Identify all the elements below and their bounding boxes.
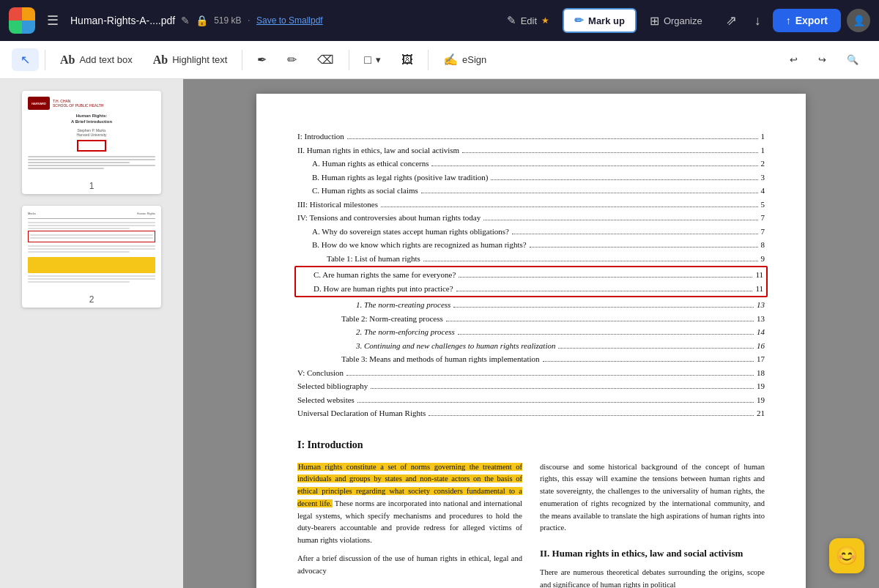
- intro-left-para1: Human rights constitute a set of norms g…: [297, 461, 522, 548]
- separator-1: [45, 50, 45, 70]
- toc-row: III: Historical milestones 5: [297, 198, 765, 211]
- toc-row: B. How do we know which rights are recog…: [297, 239, 765, 251]
- intro-right-para1: discourse and some historical background…: [540, 461, 765, 535]
- cursor-tool-button[interactable]: ↖: [12, 48, 39, 71]
- chatbot-bubble-button[interactable]: 😊: [829, 538, 864, 573]
- pdf-viewer[interactable]: I: Introduction 1 II. Human rights in et…: [183, 79, 879, 588]
- logo-q1: [9, 7, 22, 21]
- intro-left-para2: After a brief discussion of the use of h…: [297, 553, 522, 578]
- page-thumbnail-1[interactable]: HARVARD T.H. CHANSCHOOL OF PUBLIC HEALTH…: [22, 91, 161, 194]
- shape-button[interactable]: □ ▾: [355, 49, 390, 71]
- two-column-layout: Human rights constitute a set of norms g…: [297, 461, 765, 589]
- text-box-icon: Ab: [60, 53, 75, 67]
- pdf-page-content: I: Introduction 1 II. Human rights in et…: [256, 94, 806, 588]
- markup-tool-icon: ✏: [574, 14, 584, 27]
- organize-tool-icon: ⊞: [650, 14, 659, 28]
- toc-row: 2. The norm-enforcing process 14: [297, 326, 765, 338]
- toc-row: I: Introduction 1: [297, 130, 765, 143]
- toc-row: A. Why do sovereign states accept human …: [297, 226, 765, 238]
- section-intro-title: I: Introduction: [297, 437, 765, 453]
- main-content: HARVARD T.H. CHANSCHOOL OF PUBLIC HEALTH…: [0, 79, 879, 588]
- toolbar-center: ✎ Edit ★ ✏ Mark up ⊞ Organize: [497, 8, 713, 33]
- separator-3: [349, 50, 349, 70]
- download-button[interactable]: ↓: [749, 9, 767, 33]
- section2-title: II. Human rights in ethics, law and soci…: [540, 546, 765, 561]
- toc-row: Table 2: Norm-creating process 13: [297, 313, 765, 325]
- hamburger-button[interactable]: ☰: [42, 10, 63, 31]
- toc-row: C. Human rights as social claims 4: [297, 185, 765, 197]
- undo-button[interactable]: ↩: [781, 50, 806, 70]
- toc-row: B. Human rights as legal rights (positiv…: [297, 171, 765, 184]
- esign-button[interactable]: ✍ eSign: [434, 48, 495, 71]
- esign-icon: ✍: [443, 53, 458, 67]
- page-thumbnail-2[interactable]: Marks Human Rights: [22, 206, 161, 308]
- search-button[interactable]: 🔍: [838, 50, 867, 70]
- image-icon: 🖼: [401, 53, 413, 67]
- toc-row: 1. The norm-creating process 13: [297, 299, 765, 311]
- toc-row-highlighted-c: C. Are human rights the same for everyon…: [299, 269, 763, 281]
- undo-icon: ↩: [790, 54, 798, 65]
- star-badge: ★: [541, 15, 549, 26]
- pencil-icon: ✏: [287, 53, 297, 67]
- add-text-box-button[interactable]: Ab Add text box: [51, 49, 141, 71]
- thumb-harvard-logo: HARVARD: [28, 97, 50, 110]
- pencil-button[interactable]: ✏: [278, 48, 305, 71]
- thumb-page1-red-box: [77, 140, 106, 152]
- right-column: discourse and some historical background…: [540, 461, 765, 589]
- lock-button[interactable]: 🔒: [196, 15, 208, 26]
- toc-section: I: Introduction 1 II. Human rights in et…: [297, 130, 765, 420]
- toc-row: 3. Continuing and new challenges to huma…: [297, 340, 765, 352]
- toc-row: Universal Declaration of Human Rights 21: [297, 407, 765, 420]
- separator-4: [428, 50, 429, 70]
- redo-icon: ↪: [818, 54, 826, 65]
- image-button[interactable]: 🖼: [393, 49, 422, 71]
- share-button[interactable]: ⇗: [720, 8, 743, 33]
- shape-icon: □: [364, 53, 371, 67]
- page-thumbnail-sidebar: HARVARD T.H. CHANSCHOOL OF PUBLIC HEALTH…: [0, 79, 183, 588]
- redo-button[interactable]: ↪: [809, 50, 835, 70]
- export-icon: ↑: [786, 15, 791, 26]
- shape-dropdown-icon: ▾: [376, 54, 381, 65]
- highlight-icon: Ab: [153, 53, 168, 67]
- pen-button[interactable]: ✒: [248, 48, 275, 71]
- secondary-toolbar: ↖ Ab Add text box Ab Highlight text ✒ ✏ …: [0, 41, 879, 79]
- user-avatar-button[interactable]: 👤: [847, 9, 870, 32]
- thumb2-header: Marks Human Rights: [28, 212, 155, 215]
- separator-2: [242, 50, 242, 70]
- toc-row: Table 3: Means and methods of human righ…: [297, 353, 765, 365]
- thumb-page1-title: Human Rights:A Brief Introduction: [28, 113, 155, 125]
- toc-row-highlighted-d: D. How are human rights put into practic…: [299, 283, 763, 295]
- intro-right-para2: There are numerous theoretical debates s…: [540, 567, 765, 588]
- chatbot-icon: 😊: [836, 546, 858, 566]
- edit-tool-button[interactable]: ✎ Edit ★: [497, 10, 560, 31]
- toc-highlight-box: C. Are human rights the same for everyon…: [294, 266, 768, 297]
- logo-q4: [22, 21, 35, 34]
- file-name: Human-Rights-A-....pdf: [70, 15, 175, 26]
- toc-row: Selected websites 19: [297, 394, 765, 406]
- left-column: Human rights constitute a set of norms g…: [297, 461, 522, 589]
- highlight-text-button[interactable]: Ab Highlight text: [144, 49, 237, 71]
- page-2-number: 2: [22, 294, 161, 308]
- export-button[interactable]: ↑ Export: [773, 9, 841, 32]
- top-bar: ☰ Human-Rights-A-....pdf ✎ 🔒 519 kB · Sa…: [0, 0, 879, 41]
- organize-tool-button[interactable]: ⊞ Organize: [639, 10, 713, 32]
- edit-tool-icon: ✎: [507, 14, 516, 27]
- toc-row: IV: Tensions and controversies about hum…: [297, 212, 765, 224]
- pen-icon: ✒: [257, 53, 267, 67]
- logo-q2: [22, 7, 35, 21]
- file-info: Human-Rights-A-....pdf ✎ 🔒 519 kB · Save…: [70, 14, 489, 27]
- page-1-number: 1: [22, 181, 161, 194]
- save-to-smallpdf-link[interactable]: Save to Smallpdf: [256, 15, 323, 26]
- thumb-harvard-text: T.H. CHANSCHOOL OF PUBLIC HEALTH: [53, 99, 103, 108]
- toc-row: Selected bibliography 19: [297, 380, 765, 392]
- thumb-harvard-header: HARVARD T.H. CHANSCHOOL OF PUBLIC HEALTH: [28, 97, 155, 110]
- eraser-button[interactable]: ⌫: [308, 48, 343, 71]
- toc-row: Table 1: List of human rights 9: [297, 253, 765, 265]
- search-icon: 🔍: [847, 54, 858, 65]
- toolbar-right: ⇗ ↓ ↑ Export 👤: [720, 8, 870, 33]
- thumb-page1-author: Stephen P. MarksHarvard University: [28, 128, 155, 137]
- markup-tool-button[interactable]: ✏ Mark up: [563, 8, 637, 33]
- app-logo: [9, 7, 35, 34]
- toc-row: A. Human rights as ethical concerns 2: [297, 157, 765, 170]
- edit-filename-button[interactable]: ✎: [181, 15, 190, 26]
